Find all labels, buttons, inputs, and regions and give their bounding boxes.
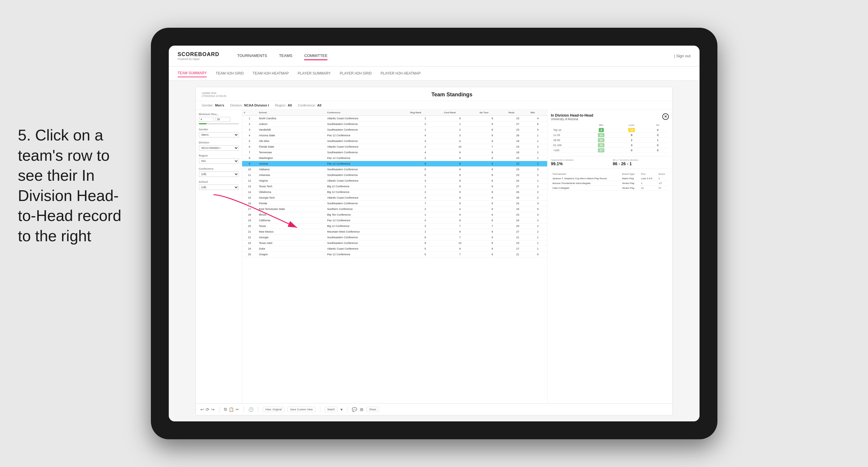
cell-no-tour: 8: [478, 178, 506, 184]
table-row[interactable]: 2 Auburn Southeastern Conference 2 1 9 2…: [242, 121, 547, 127]
close-button[interactable]: ✕: [662, 113, 669, 120]
tourn-row-2[interactable]: Arizona Thunderbirds Intercollegiate Str…: [551, 181, 669, 186]
cell-conference: Mountain West Conference: [325, 229, 408, 235]
table-row[interactable]: 24 Duke Atlantic Coast Conference 5 9 9 …: [242, 246, 547, 252]
table-row[interactable]: 15 Georgia Tech Atlantic Coast Conferenc…: [242, 195, 547, 201]
tourn-row-1[interactable]: Jackson T. Stephens Cup Men's Match-Play…: [551, 176, 669, 181]
col-reg-rank: Reg Rank: [408, 110, 442, 116]
gender-select[interactable]: Men's: [199, 132, 239, 137]
view-original-button[interactable]: View: Original: [263, 407, 284, 412]
cell-rnds: 23: [506, 173, 529, 178]
cut-icon[interactable]: ✂: [236, 407, 239, 412]
clock-icon[interactable]: 🕐: [248, 407, 253, 412]
dropdown-icon[interactable]: ▾: [341, 407, 343, 412]
h2h-tie-gt100: 0: [647, 148, 669, 153]
table-row[interactable]: 1 North Carolina Atlantic Coast Conferen…: [242, 116, 547, 121]
cell-conference: Southeastern Conference: [325, 173, 408, 178]
sub-nav-player-summary[interactable]: PLAYER SUMMARY: [298, 70, 331, 77]
cell-rnds: 20: [506, 223, 529, 229]
cell-rnds: 18: [506, 138, 529, 144]
nav-committee[interactable]: COMMITTEE: [304, 52, 328, 60]
comment-icon[interactable]: 💬: [352, 407, 357, 412]
update-time: Update time: 27/03/2024 15:56:26: [202, 92, 238, 97]
h2h-row-51100[interactable]: 51-100 20 3 0: [551, 143, 669, 148]
table-row[interactable]: 12 Virginia Atlantic Coast Conference 3 …: [242, 178, 547, 184]
redo-icon[interactable]: ↪: [211, 407, 215, 412]
sub-nav-player-h2h-heatmap[interactable]: PLAYER H2H HEATMAP: [381, 70, 421, 77]
h2h-row-top10[interactable]: Top 10 3 13 0: [551, 128, 669, 133]
sub-nav-team-h2h-grid[interactable]: TEAM H2H GRID: [216, 70, 244, 77]
region-select[interactable]: N/A: [199, 158, 239, 164]
cell-rank: 8: [242, 155, 257, 161]
share-button[interactable]: Share: [367, 407, 379, 412]
table-row[interactable]: 18 Illinois Big Ten Conference 1 9 9 23 …: [242, 212, 547, 218]
h2h-team: University of Arizona: [551, 118, 593, 121]
tourn-pos-3: 11: [640, 186, 657, 191]
tournament-table: Tournament Event Type Pos Score Jackson …: [551, 172, 669, 191]
table-row[interactable]: 20 Texas Big 12 Conference 3 7 7 20 2: [242, 223, 547, 229]
cell-school: Ole Miss: [257, 138, 325, 144]
redo-small-icon[interactable]: ⟳: [206, 407, 209, 412]
col-rnds: Rnds: [506, 110, 529, 116]
grid-icon[interactable]: ⊞: [360, 407, 364, 412]
table-row[interactable]: 4 Arizona State Pac-12 Conference 4 3 9 …: [242, 133, 547, 138]
table-row[interactable]: 10 Alabama Southeastern Conference 5 8 9…: [242, 167, 547, 173]
table-row[interactable]: 16 Florida Southeastern Conference 7 9 9…: [242, 201, 547, 206]
table-row[interactable]: 8 Washington Pac-12 Conference 2 8 9 23 …: [242, 155, 547, 161]
min-rounds-max-input[interactable]: [215, 117, 230, 122]
cell-conf-rank: 4: [442, 206, 478, 212]
conference-select[interactable]: (All): [199, 172, 239, 177]
sub-nav-team-h2h-heatmap[interactable]: TEAM H2H HEATMAP: [253, 70, 289, 77]
cell-reg-rank: 5: [408, 161, 442, 167]
tourn-row-3[interactable]: Cabo Collegiate Stroke Play 11 17: [551, 186, 669, 191]
nav-tournaments[interactable]: TOURNAMENTS: [237, 52, 267, 60]
table-row[interactable]: 21 New Mexico Mountain West Conference 1…: [242, 229, 547, 235]
h2h-row-2650[interactable]: 26-50 25 2 1: [551, 138, 669, 143]
tourn-name-1: Jackson T. Stephens Cup Men's Match-Play…: [551, 176, 621, 181]
h2h-loss-2650: 2: [616, 138, 647, 143]
cell-no-tour: 9: [478, 116, 506, 121]
min-rounds-slider[interactable]: [199, 123, 239, 124]
table-row[interactable]: 14 Oklahoma Big 12 Conference 2 9 8 26 2: [242, 189, 547, 195]
h2h-win-2650: 25: [586, 138, 616, 143]
undo-icon[interactable]: ↩: [200, 407, 204, 412]
sub-nav-player-h2h-grid[interactable]: PLAYER H2H GRID: [340, 70, 372, 77]
cell-win: 4: [529, 201, 547, 206]
table-row[interactable]: 13 Texas Tech Big 12 Conference 1 9 9 27…: [242, 184, 547, 189]
h2h-col-range: [551, 123, 586, 128]
h2h-row-gt100[interactable]: >100 27 0 0: [551, 148, 669, 153]
division-select[interactable]: NCAA Division I: [199, 145, 239, 151]
table-row[interactable]: 5 Ole Miss Southeastern Conference 3 6 9…: [242, 138, 547, 144]
table-row[interactable]: 11 Arkansas Southeastern Conference 6 8 …: [242, 173, 547, 178]
table-row[interactable]: 3 Vanderbilt Southeastern Conference 1 2…: [242, 127, 547, 133]
school-select[interactable]: (All): [199, 185, 239, 190]
watch-button[interactable]: Watch: [325, 407, 338, 412]
nav-teams[interactable]: TEAMS: [279, 52, 292, 60]
table-row[interactable]: 17 East Tennessee State Southern Confere…: [242, 206, 547, 212]
paste-icon[interactable]: 📋: [229, 407, 234, 412]
table-row[interactable]: 6 Florida State Atlantic Coast Conferenc…: [242, 144, 547, 150]
table-row[interactable]: 19 California Pac-12 Conference 4 8 9 24…: [242, 218, 547, 223]
cell-rank: 2: [242, 121, 257, 127]
h2h-breakdown-table: Win Loss Tie Top 10 3 13 0: [551, 123, 669, 153]
cell-school: Illinois: [257, 212, 325, 218]
cell-no-tour: 7: [478, 144, 506, 150]
save-custom-button[interactable]: Save Custom View: [287, 407, 315, 412]
copy-icon[interactable]: ⧉: [224, 407, 227, 412]
min-rounds-min-input[interactable]: [199, 117, 214, 122]
cell-conference: Big Ten Conference: [325, 212, 408, 218]
sub-nav-team-summary[interactable]: TEAM SUMMARY: [178, 69, 207, 77]
cell-school: Florida: [257, 201, 325, 206]
opponents-pct: 99.1%: [551, 161, 607, 166]
table-row[interactable]: 25 Oregon Pac-12 Conference 5 7 9 21 0: [242, 252, 547, 257]
cell-conference: Atlantic Coast Conference: [325, 116, 408, 121]
table-row[interactable]: 9 Arizona Pac-12 Conference 5 8 9 23 2: [242, 161, 547, 167]
filter-group-min-rounds: Minimum Rou...: [199, 113, 239, 124]
table-row[interactable]: 22 Georgia Southeastern Conference 8 7 9…: [242, 235, 547, 240]
table-row[interactable]: 23 Texas A&M Southeastern Conference 9 1…: [242, 240, 547, 246]
content-row: Minimum Rou... Gender: [196, 110, 672, 408]
filter-group-region: Region N/A: [199, 154, 239, 164]
h2h-row-1125[interactable]: 11-25 11 8 0: [551, 133, 669, 138]
table-row[interactable]: 7 Tennessee Southeastern Conference 4 6 …: [242, 150, 547, 155]
nav-sign-out[interactable]: | Sign out: [674, 54, 690, 58]
